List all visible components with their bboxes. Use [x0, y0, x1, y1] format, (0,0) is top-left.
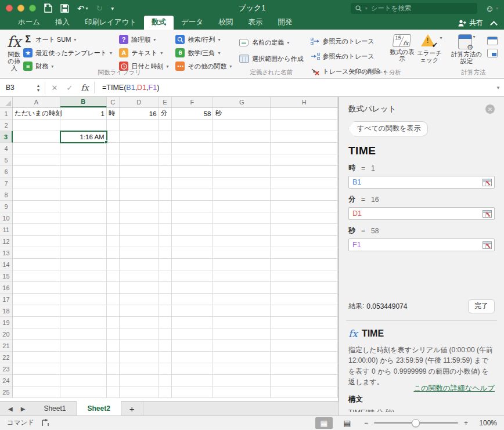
cell-F2[interactable] — [172, 120, 214, 131]
cell-F11[interactable] — [172, 224, 214, 236]
row-header-5[interactable]: 5 — [0, 154, 13, 166]
cell-A24[interactable] — [13, 375, 60, 386]
row-header-9[interactable]: 9 — [0, 201, 13, 212]
column-header-B[interactable]: B — [60, 97, 107, 107]
undo-button[interactable]: ↶▾ — [77, 4, 88, 13]
row-header-10[interactable]: 10 — [0, 212, 13, 224]
range-picker-icon[interactable] — [483, 210, 492, 218]
cell-G25[interactable] — [213, 386, 271, 398]
cell-G19[interactable] — [213, 317, 271, 328]
cell-E5[interactable] — [159, 154, 172, 166]
cell-G15[interactable] — [213, 270, 271, 282]
next-sheet-icon[interactable]: ▶ — [21, 406, 26, 412]
argument-input-B1[interactable]: B1 — [348, 176, 495, 189]
ribbon-tab-校閲[interactable]: 校閲 — [211, 16, 240, 30]
cell-E11[interactable] — [159, 224, 172, 236]
cell-A17[interactable] — [13, 294, 60, 305]
row-header-18[interactable]: 18 — [0, 305, 13, 317]
cell-H24[interactable] — [271, 375, 338, 386]
cell-G24[interactable] — [213, 375, 271, 386]
cell-D17[interactable] — [120, 294, 159, 305]
cell-E18[interactable] — [159, 305, 172, 317]
row-header-23[interactable]: 23 — [0, 363, 13, 375]
cell-D19[interactable] — [120, 317, 159, 328]
zoom-window-button[interactable] — [29, 5, 36, 12]
cell-G7[interactable] — [213, 178, 271, 189]
cell-D7[interactable] — [120, 178, 159, 189]
cell-D6[interactable] — [120, 166, 159, 178]
cell-C2[interactable] — [107, 120, 120, 131]
insert-function-fx-icon[interactable]: fx — [77, 79, 92, 96]
row-header-6[interactable]: 6 — [0, 166, 13, 178]
cell-B7[interactable] — [60, 178, 107, 189]
window-controls[interactable] — [6, 5, 36, 12]
confirm-entry-icon[interactable]: ✓ — [62, 79, 77, 96]
column-header-A[interactable]: A — [13, 97, 60, 107]
search-input[interactable]: ▾ シートを検索 — [351, 3, 477, 14]
cell-E14[interactable] — [159, 259, 172, 270]
cell-B8[interactable] — [60, 189, 107, 201]
define-name-button[interactable]: 名前の定義▾ — [239, 37, 304, 48]
cell-F7[interactable] — [172, 178, 214, 189]
ribbon-button-star[interactable]: ★最近使ったテンプレート▾ — [21, 47, 114, 59]
cell-H23[interactable] — [271, 363, 338, 375]
row-header-13[interactable]: 13 — [0, 247, 13, 259]
cell-A21[interactable] — [13, 340, 60, 352]
cell-C1[interactable]: 時 — [107, 108, 120, 120]
cell-B3[interactable]: 1:16 AM — [60, 131, 107, 143]
cell-F25[interactable] — [172, 386, 214, 398]
ribbon-tab-印刷レイアウト[interactable]: 印刷レイアウト — [77, 16, 144, 30]
cell-C13[interactable] — [107, 247, 120, 259]
column-header-H[interactable]: H — [271, 97, 338, 107]
cell-B15[interactable] — [60, 270, 107, 282]
sheet-tab-Sheet1[interactable]: Sheet1 — [33, 402, 77, 415]
function-help-link[interactable]: この関数の詳細なヘルプ — [413, 384, 495, 393]
cell-D21[interactable] — [120, 340, 159, 352]
cell-A25[interactable] — [13, 386, 60, 398]
cell-A3[interactable] — [13, 131, 60, 143]
cell-A5[interactable] — [13, 154, 60, 166]
cell-E17[interactable] — [159, 294, 172, 305]
row-header-12[interactable]: 12 — [0, 236, 13, 247]
cell-H10[interactable] — [271, 212, 338, 224]
ribbon-tab-数式[interactable]: 数式 — [144, 16, 174, 30]
panel-close-icon[interactable]: ✕ — [485, 104, 495, 114]
cell-C15[interactable] — [107, 270, 120, 282]
cell-F22[interactable] — [172, 352, 214, 363]
cell-A12[interactable] — [13, 236, 60, 247]
cell-C24[interactable] — [107, 375, 120, 386]
trace-dependents-button[interactable]: 参照先のトレース — [311, 50, 386, 62]
cell-B11[interactable] — [60, 224, 107, 236]
cell-F16[interactable] — [172, 282, 214, 294]
cell-B14[interactable] — [60, 259, 107, 270]
calculate-now-icon[interactable] — [487, 37, 498, 45]
new-document-icon[interactable] — [44, 3, 52, 13]
cell-E9[interactable] — [159, 201, 172, 212]
cell-D4[interactable] — [120, 143, 159, 154]
cell-D13[interactable] — [120, 247, 159, 259]
cell-A20[interactable] — [13, 328, 60, 340]
cell-C5[interactable] — [107, 154, 120, 166]
ribbon-button-letter-a[interactable]: Aテキスト▾ — [117, 47, 171, 59]
cell-F23[interactable] — [172, 363, 214, 375]
cell-C16[interactable] — [107, 282, 120, 294]
cell-A16[interactable] — [13, 282, 60, 294]
cell-G8[interactable] — [213, 189, 271, 201]
cell-H1[interactable] — [271, 108, 338, 120]
cell-G5[interactable] — [213, 154, 271, 166]
cell-E10[interactable] — [159, 212, 172, 224]
cell-F13[interactable] — [172, 247, 214, 259]
cell-D22[interactable] — [120, 352, 159, 363]
cell-E19[interactable] — [159, 317, 172, 328]
ribbon-tab-表示[interactable]: 表示 — [240, 16, 270, 30]
cell-C22[interactable] — [107, 352, 120, 363]
cell-C17[interactable] — [107, 294, 120, 305]
cell-F18[interactable] — [172, 305, 214, 317]
cell-B19[interactable] — [60, 317, 107, 328]
cell-H17[interactable] — [271, 294, 338, 305]
row-header-24[interactable]: 24 — [0, 375, 13, 386]
worksheet-grid[interactable]: ABCDEFGH 1ただいまの時刻1時16分58秒231:16 AM456789… — [0, 97, 339, 415]
cell-G6[interactable] — [213, 166, 271, 178]
close-window-button[interactable] — [6, 5, 13, 12]
cell-G13[interactable] — [213, 247, 271, 259]
